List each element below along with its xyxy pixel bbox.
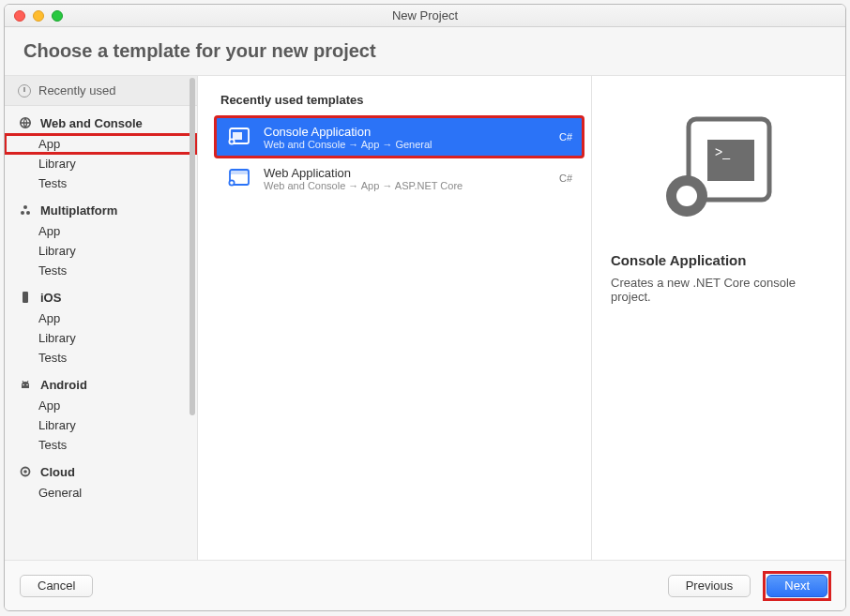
sidebar-category-multiplatform[interactable]: Multiplatform <box>5 193 197 221</box>
sidebar-item-recent[interactable]: Recently used <box>5 76 197 106</box>
web-app-icon <box>226 165 252 191</box>
template-subtitle: Web and Console → App → ASP.NET Core <box>264 180 529 191</box>
sidebar-scrollbar[interactable] <box>188 78 195 558</box>
template-title: Web Application <box>264 166 529 180</box>
next-button[interactable]: Next <box>767 575 827 597</box>
sidebar-recent-label: Recently used <box>38 83 115 98</box>
svg-line-8 <box>27 381 28 383</box>
phone-icon <box>18 290 33 305</box>
template-console-application[interactable]: Console Application Web and Console → Ap… <box>215 116 584 158</box>
svg-point-10 <box>23 470 27 473</box>
template-text: Web Application Web and Console → App → … <box>264 166 529 191</box>
svg-point-18 <box>230 181 234 185</box>
sidebar-category-label: Web and Console <box>40 116 143 130</box>
multiplatform-icon <box>18 203 33 218</box>
sidebar-category-label: Multiplatform <box>40 203 117 218</box>
template-language-badge: C# <box>540 131 572 143</box>
sidebar-item-app[interactable]: App <box>5 134 197 154</box>
sidebar-item-tests[interactable]: Tests <box>5 435 197 455</box>
dialog-footer: Cancel Previous Next <box>5 560 845 610</box>
sidebar-item-tests[interactable]: Tests <box>5 348 197 368</box>
template-language-badge: C# <box>540 173 572 184</box>
sidebar-item-tests[interactable]: Tests <box>5 261 197 280</box>
window-title: New Project <box>5 8 845 23</box>
sidebar-item-app[interactable]: App <box>5 221 197 241</box>
console-preview-icon: >_ <box>653 100 784 232</box>
sidebar-category-web-console[interactable]: Web and Console <box>5 106 197 134</box>
details-title: Console Application <box>611 252 746 268</box>
sidebar-item-library[interactable]: Library <box>5 415 197 435</box>
scrollbar-thumb[interactable] <box>190 78 195 415</box>
cancel-button[interactable]: Cancel <box>20 575 93 597</box>
sidebar-item-library[interactable]: Library <box>5 241 197 261</box>
previous-button[interactable]: Previous <box>668 575 751 597</box>
clock-icon <box>18 84 31 98</box>
template-details-panel: >_ Console Application Creates a new .NE… <box>592 76 845 560</box>
android-icon <box>18 377 33 392</box>
svg-point-3 <box>26 211 30 215</box>
sidebar-category-label: iOS <box>40 291 61 305</box>
svg-point-1 <box>23 205 27 209</box>
page-title: Choose a template for your new project <box>23 40 827 62</box>
cloud-icon <box>18 464 33 479</box>
sidebar-category-ios[interactable]: iOS <box>5 280 197 308</box>
dialog-body: Recently used Web and Console App Librar… <box>5 76 845 560</box>
globe-icon <box>18 115 33 130</box>
sidebar-item-tests[interactable]: Tests <box>5 173 197 193</box>
console-icon <box>226 124 252 150</box>
new-project-dialog: New Project Choose a template for your n… <box>4 4 846 611</box>
template-list-panel: Recently used templates Console Applicat… <box>198 76 592 560</box>
svg-point-2 <box>21 211 24 215</box>
template-web-application[interactable]: Web Application Web and Console → App → … <box>215 158 584 199</box>
svg-rect-12 <box>233 132 242 140</box>
dialog-header: Choose a template for your new project <box>5 27 845 76</box>
svg-point-6 <box>26 384 28 386</box>
sidebar-item-library[interactable]: Library <box>5 328 197 348</box>
sidebar-item-app[interactable]: App <box>5 308 197 328</box>
svg-rect-16 <box>230 170 249 174</box>
category-sidebar: Recently used Web and Console App Librar… <box>5 76 198 560</box>
templates-heading: Recently used templates <box>215 93 584 107</box>
sidebar-category-cloud[interactable]: Cloud <box>5 455 197 483</box>
details-description: Creates a new .NET Core console project. <box>611 276 827 304</box>
sidebar-category-android[interactable]: Android <box>5 368 197 396</box>
svg-text:>_: >_ <box>715 144 730 159</box>
template-subtitle: Web and Console → App → General <box>264 139 529 150</box>
svg-point-24 <box>676 186 697 206</box>
titlebar: New Project <box>5 5 845 27</box>
sidebar-item-library[interactable]: Library <box>5 154 197 173</box>
sidebar-category-label: Android <box>40 378 87 392</box>
svg-point-5 <box>23 384 24 386</box>
svg-rect-4 <box>23 292 28 303</box>
sidebar-item-general[interactable]: General <box>5 483 197 503</box>
template-title: Console Application <box>264 125 529 139</box>
svg-point-14 <box>230 140 234 143</box>
svg-line-7 <box>23 381 23 383</box>
sidebar-category-label: Cloud <box>40 465 75 479</box>
sidebar-item-app[interactable]: App <box>5 396 197 415</box>
template-text: Console Application Web and Console → Ap… <box>264 125 529 150</box>
